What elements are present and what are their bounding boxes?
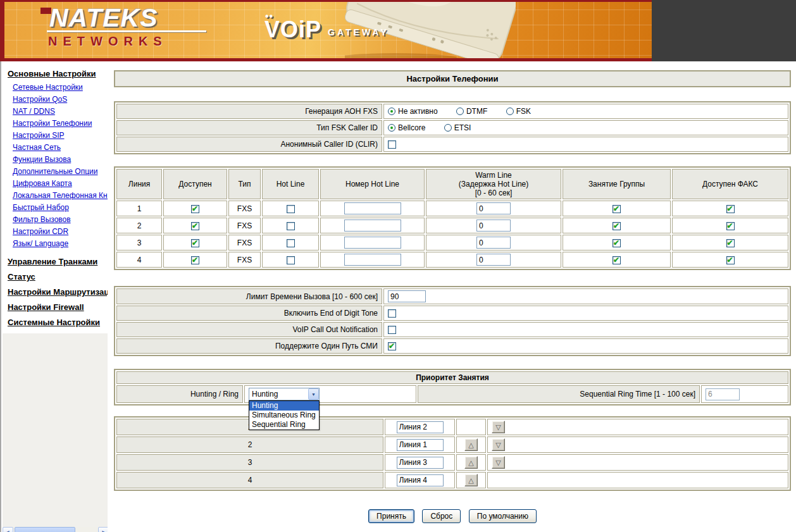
v-umlaut-dots: •• <box>265 11 273 22</box>
gateway-wordmark: GATEWAY <box>328 27 389 37</box>
line1-fax-checkbox[interactable] <box>726 205 735 213</box>
sidebar-item-qos-settings[interactable]: Настройки QoS <box>1 94 108 106</box>
line4-group-checkbox[interactable] <box>613 256 621 264</box>
line3-hotline-checkbox[interactable] <box>287 239 295 247</box>
sidebar-item-sip-settings[interactable]: Настройки SIP <box>1 130 108 142</box>
sidebar-horizontal-scrollbar[interactable]: ◄ ► <box>3 527 108 532</box>
scrollbar-right-arrow[interactable]: ► <box>98 527 108 532</box>
sidebar-item-cdr-settings[interactable]: Настройки CDR <box>1 226 108 238</box>
line-number: 3 <box>116 235 162 251</box>
line-number: 2 <box>116 218 162 233</box>
sidebar-section-main-settings[interactable]: Основные Настройки <box>1 66 108 82</box>
line1-group-checkbox[interactable] <box>613 205 621 213</box>
call-settings-table: Лимит Времени Вызова [10 - 600 сек] Вклю… <box>114 286 791 356</box>
line1-warmline-input[interactable] <box>476 202 511 214</box>
sidebar-item-telephony-settings[interactable]: Настройки Телефонии <box>1 118 108 130</box>
voip-call-out-label: VoIP Call Out Notification <box>116 322 382 337</box>
sidebar-item-speed-dial[interactable]: Быстрый Набор <box>1 202 108 214</box>
sidebar-item-additional-options[interactable]: Дополнительные Опции <box>1 166 108 178</box>
line1-hotline-checkbox[interactable] <box>287 205 295 213</box>
col-header-warmline: Warm Line (Задержка Hot Line) [0 - 60 се… <box>426 169 561 199</box>
line1-hotline-number-input[interactable] <box>344 202 401 214</box>
main-content: Настройки Телефонии Генерация АОН FXS Не… <box>108 61 796 532</box>
line2-fax-checkbox[interactable] <box>726 222 735 230</box>
line4-warmline-input[interactable] <box>476 254 511 266</box>
footer-buttons: Принять Сброс По умолчанию <box>114 509 791 523</box>
line3-hotline-number-input[interactable] <box>344 237 401 249</box>
line3-warmline-input[interactable] <box>476 237 511 249</box>
priority4-line-input <box>397 474 444 486</box>
dropdown-option-hunting[interactable]: Hunting <box>249 401 319 411</box>
radio-option-fsk[interactable]: FSK <box>506 107 531 116</box>
radio-option-etsi[interactable]: ETSI <box>444 123 471 132</box>
sidebar-item-digit-map[interactable]: Цифровая Карта <box>1 178 108 190</box>
line2-warmline-input[interactable] <box>476 220 511 232</box>
sidebar-section-routing-settings[interactable]: Настройки Маршрутизации <box>1 285 108 300</box>
line3-fax-checkbox[interactable] <box>726 239 735 247</box>
radio-dtmf[interactable] <box>456 108 464 115</box>
dropdown-option-sequential-ring[interactable]: Sequential Ring <box>249 420 319 430</box>
line2-hotline-number-input[interactable] <box>344 220 401 232</box>
priority4-move-up-button[interactable]: △ <box>464 474 478 486</box>
banner-left-stripe <box>0 0 4 61</box>
apply-button[interactable]: Принять <box>368 509 414 523</box>
line4-hotline-number-input[interactable] <box>344 254 401 266</box>
defaults-button[interactable]: По умолчанию <box>469 509 537 523</box>
one-way-media-checkbox[interactable] <box>388 342 396 350</box>
sidebar-lower-background <box>3 333 108 532</box>
line4-enabled-checkbox[interactable] <box>191 256 199 264</box>
sidebar-item-language[interactable]: Язык/ Language <box>1 238 108 250</box>
sidebar-section-status[interactable]: Статус <box>1 269 108 285</box>
col-header-line: Линия <box>116 169 162 199</box>
line2-group-checkbox[interactable] <box>613 222 621 230</box>
sidebar-item-call-functions[interactable]: Функции Вызова <box>1 154 108 166</box>
sidebar-item-local-phonebook[interactable]: Локальная Телефонная Книга <box>1 190 108 202</box>
line1-enabled-checkbox[interactable] <box>191 205 199 213</box>
scrollbar-thumb[interactable] <box>15 527 75 532</box>
select-dropdown-arrow-icon[interactable]: ▼ <box>308 388 319 400</box>
radio-not-active[interactable] <box>388 108 395 115</box>
page-title: Настройки Телефонии <box>114 70 791 87</box>
line3-enabled-checkbox[interactable] <box>191 239 199 247</box>
sidebar-section-trunk-management[interactable]: Управление Транками <box>1 254 108 269</box>
line2-enabled-checkbox[interactable] <box>191 222 199 230</box>
sidebar-item-network-settings[interactable]: Сетевые Настройки <box>1 82 108 94</box>
line4-fax-checkbox[interactable] <box>726 256 735 264</box>
priority1-move-down-button[interactable]: ▽ <box>492 421 505 433</box>
radio-etsi[interactable] <box>444 124 452 132</box>
sidebar-item-call-filter[interactable]: Фильтр Вызовов <box>1 214 108 226</box>
call-limit-input[interactable] <box>388 290 426 302</box>
radio-fsk[interactable] <box>506 108 514 115</box>
line-number: 4 <box>116 252 162 268</box>
sidebar-item-private-network[interactable]: Частная Сеть <box>1 142 108 154</box>
brand-subname: NETWORKS <box>48 34 206 49</box>
end-digit-tone-label: Включить End of Digit Tone <box>116 306 382 321</box>
sequential-ring-time-label: Sequential Ring Time [1 - 100 сек] <box>418 385 700 403</box>
line4-hotline-checkbox[interactable] <box>287 256 295 264</box>
priority3-move-down-button[interactable]: ▽ <box>492 456 505 469</box>
priority2-move-down-button[interactable]: ▽ <box>492 438 505 451</box>
radio-option-bellcore[interactable]: Bellcore <box>388 123 425 132</box>
voip-call-out-checkbox[interactable] <box>388 326 396 334</box>
clir-checkbox[interactable] <box>388 140 396 149</box>
hunting-ring-select[interactable]: Hunting ▼ Hunting Simultaneous Ring Sequ… <box>249 388 320 400</box>
line2-hotline-checkbox[interactable] <box>287 222 295 230</box>
sidebar-item-nat-ddns[interactable]: NAT / DDNS <box>1 106 108 118</box>
priority-row-4: 4 △ <box>116 472 788 488</box>
sidebar-section-firewall-settings[interactable]: Настройки Firewall <box>1 300 108 315</box>
end-digit-tone-checkbox[interactable] <box>388 309 396 318</box>
col-header-hotline-number: Номер Hot Line <box>320 169 425 199</box>
reset-button[interactable]: Сброс <box>422 509 461 523</box>
dropdown-option-simultaneous-ring[interactable]: Simultaneous Ring <box>249 411 319 420</box>
priority2-move-up-button[interactable]: △ <box>464 438 478 451</box>
radio-option-dtmf[interactable]: DTMF <box>456 107 487 116</box>
priority3-move-up-button[interactable]: △ <box>464 456 478 469</box>
scrollbar-left-arrow[interactable]: ◄ <box>3 527 13 532</box>
radio-option-not-active[interactable]: Не активно <box>388 107 438 116</box>
line3-group-checkbox[interactable] <box>613 239 621 247</box>
banner-top-stripe <box>0 0 652 2</box>
radio-bellcore[interactable] <box>388 124 395 132</box>
sidebar-section-system-settings[interactable]: Системные Настройки <box>1 315 108 330</box>
priority-row-2: 2 △ ▽ <box>116 436 788 453</box>
line-row-2: 2 FXS <box>116 218 788 233</box>
